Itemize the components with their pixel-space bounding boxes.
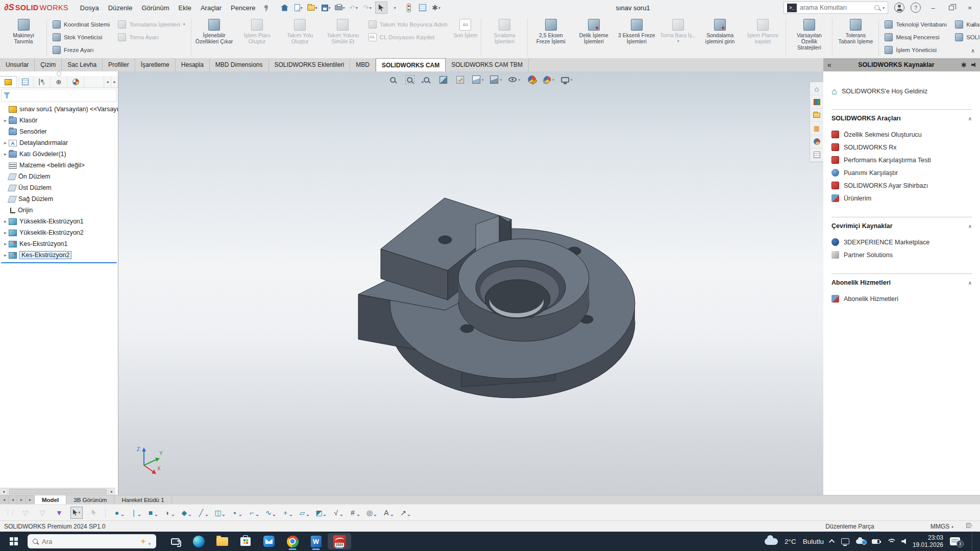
status-units[interactable]: MMGS ▴ xyxy=(930,523,953,530)
tree-item-kati-govdeler[interactable]: ▸Katı Gövdeler(1) xyxy=(0,148,118,160)
probe-operation-button[interactable]: Sondalama işlemini girin xyxy=(698,16,741,58)
pin-menu-icon[interactable] xyxy=(263,5,270,11)
menu-araclar[interactable]: Araçlar xyxy=(196,2,226,14)
status-tag-icon[interactable] xyxy=(966,523,972,528)
centerline-icon[interactable]: ╱ xyxy=(195,507,207,518)
leader-arrow-icon[interactable]: ↗ xyxy=(398,507,409,518)
taskbar-search-input[interactable] xyxy=(42,538,136,545)
expand-icon[interactable]: ▸ xyxy=(2,230,9,235)
select-tool-button[interactable] xyxy=(375,2,387,14)
onedrive-cloud-icon[interactable] xyxy=(856,539,865,544)
trim-icon[interactable]: ◩ xyxy=(313,507,325,518)
displaymanager-tab[interactable] xyxy=(67,76,84,87)
last-tab-button[interactable]: ▸ xyxy=(26,495,35,504)
menu-gorunum[interactable]: Görünüm xyxy=(137,2,174,14)
panel-splitter-handle[interactable] xyxy=(0,71,118,76)
sketch-rectangle-icon[interactable]: ■ xyxy=(145,507,156,518)
dimension-icon[interactable]: # xyxy=(347,507,358,518)
propertymanager-tab[interactable] xyxy=(17,76,34,87)
sort-operations-button[interactable]: Sıralama İşlemleri xyxy=(483,16,526,58)
wifi-icon[interactable] xyxy=(887,539,895,544)
point-small-icon[interactable]: ▪ xyxy=(229,507,240,518)
first-tab-button[interactable]: ◂ xyxy=(0,495,9,504)
microsoft-store-app[interactable] xyxy=(234,532,257,551)
process-manager-button[interactable]: İşlem Yöneticisi xyxy=(880,43,951,56)
task-pane-pin-icon[interactable] xyxy=(971,62,976,67)
step-through-toolpath-button[interactable]: Takım Yolu Boyunca Adım xyxy=(364,18,452,31)
task-pane-back-button[interactable]: « xyxy=(827,61,831,69)
tab-profiller[interactable]: Profiller xyxy=(103,58,135,71)
collapse-icon[interactable]: ∧ xyxy=(968,116,972,121)
tree-item-sensorler[interactable]: Sensörler xyxy=(0,126,118,137)
command-search-input[interactable] xyxy=(800,4,871,11)
save-cl-file-button[interactable]: CLCL Dosyasını Kaydet xyxy=(364,31,452,43)
apply-scene-button[interactable]: ▾ xyxy=(544,76,554,83)
note-text-icon[interactable]: A xyxy=(381,507,392,518)
file-explorer-app[interactable] xyxy=(210,532,234,551)
simulate-toolpath-button[interactable]: Takım Yolunu Simüle Et xyxy=(322,16,364,58)
technology-database-button[interactable]: Teknoloji Veritabanı xyxy=(880,18,951,31)
options-button[interactable]: ✱▾ xyxy=(430,2,443,14)
tree-item-malzeme[interactable]: Malzeme <belirli değil> xyxy=(0,160,118,171)
tree-item-detaylandirmalar[interactable]: ▸ADetaylandırmalar xyxy=(0,137,118,148)
save-button[interactable]: ▾ xyxy=(320,2,332,14)
generate-toolpath-button[interactable]: Takım Yolu Oluştur xyxy=(279,16,322,58)
window-restore-button[interactable] xyxy=(945,2,958,13)
dimxpert-tab[interactable]: ⊕ xyxy=(51,76,67,87)
tree-item-yukseklik-ekstruzyon2[interactable]: ▸Yükseklik-Ekstrüzyon2 xyxy=(0,227,118,238)
rebuild-button[interactable] xyxy=(403,2,415,14)
ribbon-overflow-button[interactable]: » xyxy=(971,21,975,29)
tab-mbd-dimensions[interactable]: MBD Dimensions xyxy=(210,58,269,71)
tab-model[interactable]: Model xyxy=(35,495,66,504)
start-button[interactable] xyxy=(4,532,23,551)
tab-sac-levha[interactable]: Sac Levha xyxy=(62,58,103,71)
taskbar-search-box[interactable] xyxy=(28,534,156,548)
filter-funnel-icon[interactable] xyxy=(4,92,10,98)
window-close-button[interactable]: × xyxy=(964,2,976,13)
menu-pencere[interactable]: Pencere xyxy=(226,2,260,14)
user-account-icon[interactable] xyxy=(894,3,904,13)
tree-horizontal-scrollbar[interactable]: ◂ ▸ xyxy=(0,488,115,495)
section-online-resources[interactable]: Çevrimiçi Kaynaklar ∧ xyxy=(831,222,972,230)
generate-plan-button[interactable]: İşlem Planı Oluştur xyxy=(236,16,279,58)
outlook-app[interactable] xyxy=(257,532,281,551)
featuremanager-tab[interactable] xyxy=(0,76,17,87)
view-orientation-button[interactable]: ▾ xyxy=(472,76,484,84)
window-minimize-button[interactable]: – xyxy=(927,2,939,13)
expand-icon[interactable]: ▸ xyxy=(2,140,9,145)
expand-icon[interactable]: ▸ xyxy=(2,118,9,123)
tab-3d-views[interactable]: 3B Görünüm xyxy=(66,495,114,504)
file-explorer-tab[interactable] xyxy=(810,109,823,122)
selection-filter-stack-icon[interactable]: ▽ xyxy=(37,507,48,518)
taskbar-clock[interactable]: 23:03 19.01.2026 xyxy=(913,534,943,548)
undo-button[interactable]: ↶▾ xyxy=(348,2,360,14)
item-3dexperience-marketplace[interactable]: 3DEXPERIENCE Marketplace xyxy=(831,236,972,248)
help-icon[interactable]: ? xyxy=(911,3,921,13)
part-3d-model[interactable] xyxy=(118,71,823,495)
home-button[interactable] xyxy=(279,2,291,14)
annotation-view-button[interactable] xyxy=(455,74,465,85)
prev-tab-button[interactable]: ◂ xyxy=(9,495,17,504)
item-property-tab-builder[interactable]: Özellik Sekmesi Oluşturucu xyxy=(831,128,972,141)
item-compare-my-score[interactable]: Puanımı Karşılaştır xyxy=(831,166,972,179)
weather-temperature[interactable]: 2°C xyxy=(785,538,796,545)
equation-icon[interactable]: √ xyxy=(330,507,341,518)
zoom-note-icon[interactable]: ◎ xyxy=(364,507,375,518)
custom-properties-tab[interactable] xyxy=(810,148,823,162)
tree-root[interactable]: sınav soru1 (Varsayılan) <<Varsayılan> xyxy=(0,104,118,115)
tree-item-klasor[interactable]: ▸Klasör xyxy=(0,115,118,126)
menu-ekle[interactable]: Ekle xyxy=(174,2,196,14)
notification-center-button[interactable]: 3 xyxy=(950,537,960,545)
expand-icon[interactable]: ▸ xyxy=(2,219,9,224)
nc-editor-button[interactable]: SOLIDWORKS CAM NC Editor xyxy=(951,31,980,43)
tab-solidworks-cam-tbm[interactable]: SOLIDWORKS CAM TBM xyxy=(446,58,529,71)
rollback-bar[interactable] xyxy=(1,262,117,263)
scroll-right-button[interactable]: ▸ xyxy=(108,488,115,495)
cast-icon[interactable] xyxy=(841,538,849,544)
tab-unsurlar[interactable]: Unsurlar xyxy=(0,58,35,71)
tab-motion-study[interactable]: Hareket Etüdü 1 xyxy=(114,495,172,504)
design-library-tab[interactable] xyxy=(810,95,823,109)
menu-duzenle[interactable]: Düzenle xyxy=(104,2,137,14)
item-my-products[interactable]: Ürünlerim xyxy=(831,192,972,205)
tree-filter-input[interactable] xyxy=(13,92,114,99)
